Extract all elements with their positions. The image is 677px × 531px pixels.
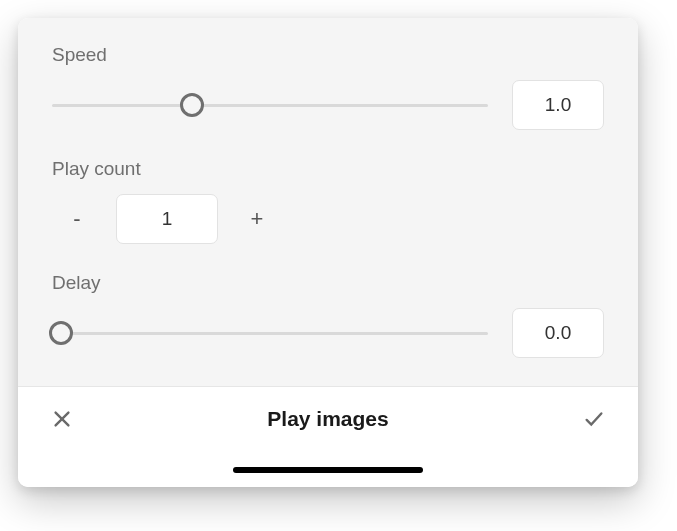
increment-button[interactable]: + [246,206,268,232]
speed-slider-thumb[interactable] [180,93,204,117]
delay-value-input[interactable]: 0.0 [512,308,604,358]
cancel-button[interactable] [48,405,76,433]
play-count-label: Play count [52,158,604,180]
decrement-button[interactable]: - [66,206,88,232]
delay-slider-thumb[interactable] [49,321,73,345]
settings-sheet: Speed 1.0 Play count - 1 + Delay [18,18,638,487]
play-count-stepper: - 1 + [52,194,604,244]
check-icon [583,408,605,430]
speed-value-input[interactable]: 1.0 [512,80,604,130]
home-indicator-area [18,443,638,487]
delay-group: Delay 0.0 [52,272,604,358]
confirm-button[interactable] [580,405,608,433]
delay-row: 0.0 [52,308,604,358]
footer-bar: Play images [18,386,638,443]
play-count-value-input[interactable]: 1 [116,194,218,244]
delay-track [52,332,488,335]
controls-area: Speed 1.0 Play count - 1 + Delay [18,18,638,386]
speed-slider[interactable] [52,92,488,118]
speed-track [52,104,488,107]
delay-slider[interactable] [52,320,488,346]
speed-group: Speed 1.0 [52,44,604,130]
home-indicator[interactable] [233,467,423,473]
speed-label: Speed [52,44,604,66]
close-icon [51,408,73,430]
speed-row: 1.0 [52,80,604,130]
footer-title: Play images [267,407,388,431]
play-count-group: Play count - 1 + [52,158,604,244]
delay-label: Delay [52,272,604,294]
